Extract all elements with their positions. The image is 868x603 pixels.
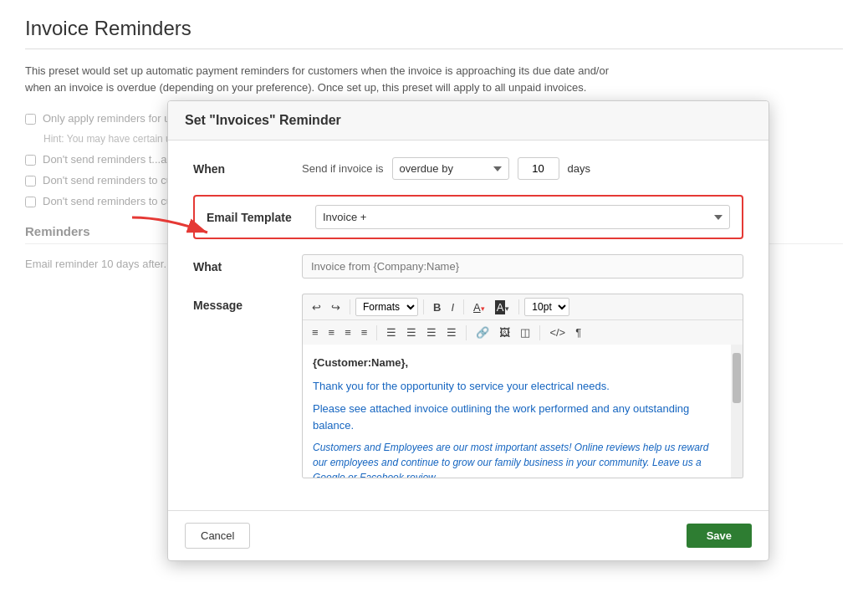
modal-dialog: Set "Invoices" Reminder When Send if inv… xyxy=(167,100,769,561)
toolbar-row-2: ≡ ≡ ≡ ≡ ☰ ☰ ☰ ☰ 🔗 🖼 ◫ xyxy=(303,320,743,345)
align-left-button[interactable]: ≡ xyxy=(308,324,323,341)
toolbar-row-1: ↩ ↪ Formats B I A▾ A▾ xyxy=(303,294,743,320)
modal-body: When Send if invoice is overdue by due i… xyxy=(168,141,768,510)
align-center-button[interactable]: ≡ xyxy=(324,324,340,341)
modal-header: Set "Invoices" Reminder xyxy=(168,101,768,141)
link-button[interactable]: 🔗 xyxy=(472,324,493,341)
toolbar-divider xyxy=(350,299,350,314)
email-template-label: Email Template xyxy=(207,211,315,224)
font-color-button[interactable]: A▾ xyxy=(469,299,489,316)
customer-name-token: {Customer:Name}, xyxy=(313,356,408,369)
page-title: Invoice Reminders xyxy=(25,17,843,40)
outdent-button[interactable]: ☰ xyxy=(442,324,461,341)
review-text: review xyxy=(406,472,436,478)
page-description: This preset would set up automatic payme… xyxy=(25,63,610,95)
italic-text: Customers and Employees are our most imp… xyxy=(313,442,709,468)
what-label: What xyxy=(193,260,302,273)
editor-toolbar: ↩ ↪ Formats B I A▾ A▾ xyxy=(302,294,743,345)
message-row: Message ↩ ↪ Formats B I xyxy=(193,294,743,478)
when-label: When xyxy=(193,162,302,176)
checkbox-3[interactable] xyxy=(25,176,36,187)
editor-line-4: Customers and Employees are our most imp… xyxy=(313,440,717,478)
modal-footer: Cancel Save xyxy=(168,510,768,560)
editor-line-2: Thank you for the opportunity to service… xyxy=(313,378,717,395)
font-size-select[interactable]: 10pt xyxy=(524,298,569,316)
divider xyxy=(25,49,843,49)
align-right-button[interactable]: ≡ xyxy=(340,324,355,341)
when-select[interactable]: overdue by due in due on xyxy=(392,157,509,180)
highlight-button[interactable]: A▾ xyxy=(491,299,514,316)
message-label: Message xyxy=(193,294,302,312)
when-prefix-text: Send if invoice is xyxy=(302,162,384,175)
link-separator: or xyxy=(348,472,360,478)
bold-button[interactable]: B xyxy=(429,299,445,316)
checkbox-label-4: Don't send reminders to cu... xyxy=(43,195,181,207)
unordered-list-button[interactable]: ☰ xyxy=(382,324,401,341)
what-control-area xyxy=(302,254,743,279)
message-editor: ↩ ↪ Formats B I A▾ A▾ xyxy=(302,294,743,478)
paragraph-button[interactable]: ¶ xyxy=(571,324,585,341)
toolbar-divider xyxy=(423,299,424,314)
undo-button[interactable]: ↩ xyxy=(308,299,325,316)
editor-line-3: Please see attached invoice outlining th… xyxy=(313,401,717,433)
editor-content-area[interactable]: {Customer:Name}, Thank you for the oppor… xyxy=(302,345,743,478)
what-row: What xyxy=(193,254,743,279)
ordered-list-button[interactable]: ☰ xyxy=(402,324,421,341)
checkbox-1[interactable] xyxy=(25,114,36,125)
email-template-row: Email Template Invoice + Default Custom xyxy=(193,195,743,239)
what-input[interactable] xyxy=(302,254,743,279)
when-control-area: Send if invoice is overdue by due in due… xyxy=(302,157,743,180)
checkbox-label-1: Only apply reminders for un... xyxy=(43,112,186,125)
when-row: When Send if invoice is overdue by due i… xyxy=(193,157,743,180)
formats-select[interactable]: Formats xyxy=(355,298,418,316)
toolbar-divider xyxy=(539,325,540,340)
redo-button[interactable]: ↪ xyxy=(327,299,345,316)
table-button[interactable]: ◫ xyxy=(516,324,534,341)
checkbox-2[interactable] xyxy=(25,155,36,166)
save-button[interactable]: Save xyxy=(687,524,752,548)
editor-line-1: {Customer:Name}, xyxy=(313,355,717,371)
toolbar-divider xyxy=(466,325,467,340)
email-template-select[interactable]: Invoice + Default Custom xyxy=(315,205,730,229)
toolbar-divider xyxy=(518,299,519,314)
checkbox-4[interactable] xyxy=(25,197,36,207)
days-label: days xyxy=(568,162,590,175)
days-input[interactable] xyxy=(518,157,559,180)
checkbox-label-3: Don't send reminders to cu... xyxy=(43,174,181,187)
indent-button[interactable]: ☰ xyxy=(422,324,441,341)
code-button[interactable]: </> xyxy=(545,324,569,341)
scrollbar-thumb xyxy=(733,353,741,403)
facebook-link[interactable]: Facebook xyxy=(360,472,404,478)
editor-scrollbar[interactable] xyxy=(731,345,743,478)
toolbar-divider xyxy=(463,299,464,314)
google-link[interactable]: Google xyxy=(313,472,345,478)
italic-button[interactable]: I xyxy=(447,299,458,316)
align-justify-button[interactable]: ≡ xyxy=(357,324,372,341)
checkbox-label-2: Don't send reminders t...am xyxy=(43,153,176,166)
image-button[interactable]: 🖼 xyxy=(495,324,514,341)
cancel-button[interactable]: Cancel xyxy=(185,523,250,549)
toolbar-divider xyxy=(376,325,377,340)
editor-inner: {Customer:Name}, Thank you for the oppor… xyxy=(313,355,733,478)
